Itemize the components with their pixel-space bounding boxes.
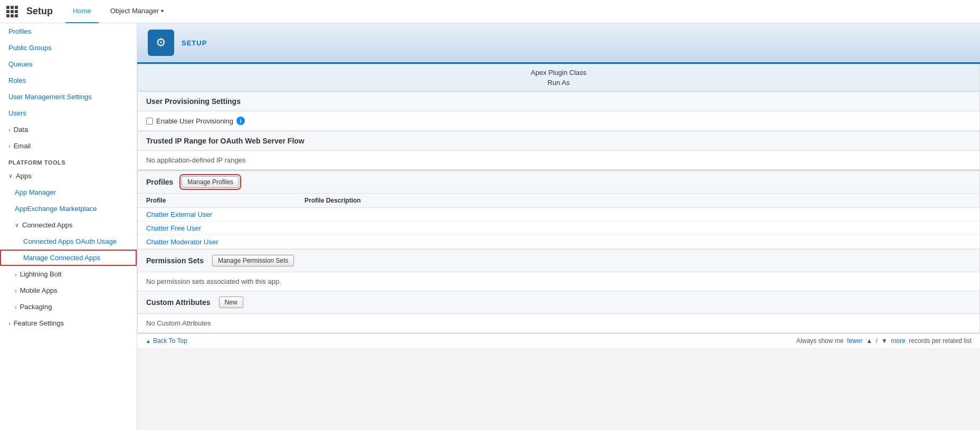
sidebar-item-manage-connected-apps[interactable]: Manage Connected Apps — [0, 250, 137, 266]
new-custom-attribute-button[interactable]: New — [219, 297, 243, 308]
user-provisioning-section-title: User Provisioning Settings — [138, 91, 979, 111]
trusted-ip-body: No application-defined IP ranges — [138, 151, 979, 169]
permission-sets-header: Permission Sets Manage Permission Sets — [138, 250, 979, 272]
table-row: Chatter Moderator User — [138, 235, 979, 249]
sidebar-item-connected-apps[interactable]: ∨ Connected Apps — [0, 217, 137, 233]
trusted-ip-section: Trusted IP Range for OAuth Web Server Fl… — [138, 131, 979, 170]
profile-link-chatter-moderator[interactable]: Chatter Moderator User — [146, 238, 218, 246]
sidebar-item-data[interactable]: › Data — [0, 121, 137, 138]
sidebar-item-email[interactable]: › Email — [0, 138, 137, 154]
permission-sets-body: No permission sets associated with this … — [138, 272, 979, 291]
setup-icon: ⚙ — [148, 30, 174, 56]
arrow-up-small-icon: ▲ — [866, 337, 872, 345]
sidebar-item-lightning-bolt[interactable]: › Lightning Bolt — [0, 266, 137, 282]
arrow-up-icon: ▲ — [146, 338, 151, 344]
sidebar-item-roles[interactable]: Roles — [0, 72, 137, 89]
fewer-records-link[interactable]: fewer — [847, 337, 862, 345]
manage-permission-sets-button[interactable]: Manage Permission Sets — [212, 255, 294, 266]
sidebar-item-mobile-apps[interactable]: › Mobile Apps — [0, 282, 137, 299]
chevron-right-icon: › — [8, 143, 11, 149]
profile-link-chatter-free[interactable]: Chatter Free User — [146, 224, 201, 232]
profile-link-chatter-external[interactable]: Chatter External User — [146, 211, 212, 218]
apex-run-as-row: Run As — [138, 78, 979, 88]
sidebar-item-packaging[interactable]: › Packaging — [0, 299, 137, 315]
custom-attributes-body: No Custom Attributes — [138, 314, 979, 332]
chevron-right-icon: › — [15, 271, 17, 278]
apex-plugin-section: Apex Plugin Class Run As — [138, 64, 979, 91]
custom-attributes-header: Custom Attributes New — [138, 291, 979, 314]
main-content: ⚙ SETUP Apex Plugin Class Run As User Pr… — [137, 23, 980, 430]
setup-title: SETUP — [182, 39, 207, 47]
chevron-down-icon: ∨ — [8, 173, 13, 179]
tab-home[interactable]: Home — [65, 0, 99, 23]
info-icon: i — [236, 117, 245, 125]
sidebar-item-app-manager[interactable]: App Manager — [0, 184, 137, 200]
sidebar: Profiles Public Groups Queues Roles User… — [0, 23, 137, 430]
enable-user-provisioning-checkbox[interactable] — [146, 118, 153, 125]
back-to-top: ▲ Back To Top — [146, 337, 187, 345]
profiles-title: Profiles — [146, 178, 173, 186]
tab-object-manager[interactable]: Object Manager ▾ — [103, 0, 172, 23]
footer-bar: ▲ Back To Top Always show me fewer ▲ / ▼… — [137, 333, 980, 348]
sidebar-item-users[interactable]: Users — [0, 105, 137, 121]
custom-attributes-section: Custom Attributes New No Custom Attribut… — [138, 291, 979, 333]
sidebar-item-user-mgmt[interactable]: User Management Settings — [0, 89, 137, 105]
profiles-header: Profiles Manage Profiles — [138, 170, 979, 194]
profiles-section: Profiles Manage Profiles Profile Profile… — [138, 170, 979, 250]
chevron-right-icon: › — [15, 304, 17, 310]
main-layout: Profiles Public Groups Queues Roles User… — [0, 23, 980, 430]
manage-profiles-button[interactable]: Manage Profiles — [182, 176, 239, 188]
setup-header: ⚙ SETUP — [137, 23, 980, 64]
permission-sets-title: Permission Sets — [146, 256, 204, 265]
sidebar-item-apps[interactable]: ∨ Apps — [0, 168, 137, 184]
back-to-top-link[interactable]: Back To Top — [153, 337, 187, 345]
apex-plugin-class-row: Apex Plugin Class — [138, 68, 979, 78]
chevron-right-icon: › — [8, 320, 11, 327]
sidebar-item-public-groups[interactable]: Public Groups — [0, 40, 137, 56]
trusted-ip-title: Trusted IP Range for OAuth Web Server Fl… — [138, 131, 979, 151]
platform-tools-header: PLATFORM TOOLS — [0, 154, 137, 168]
enable-user-provisioning-row: Enable User Provisioning i — [138, 111, 979, 131]
sidebar-item-appexchange[interactable]: AppExchange Marketplace — [0, 200, 137, 217]
top-navigation: Setup Home Object Manager ▾ — [0, 0, 980, 23]
chevron-right-icon: › — [15, 288, 17, 294]
table-row: Chatter Free User — [138, 222, 979, 235]
brand-title: Setup — [26, 6, 53, 17]
chevron-down-icon: ∨ — [15, 222, 19, 228]
profile-description-col-header: Profile Description — [305, 197, 971, 204]
profiles-table-header: Profile Profile Description — [138, 194, 979, 208]
sidebar-item-queues[interactable]: Queues — [0, 56, 137, 72]
arrow-down-small-icon: ▼ — [881, 337, 888, 345]
profile-col-header: Profile — [146, 197, 305, 204]
permission-sets-section: Permission Sets Manage Permission Sets N… — [138, 250, 979, 291]
table-row: Chatter External User — [138, 208, 979, 222]
content-area: Apex Plugin Class Run As User Provisioni… — [137, 64, 980, 333]
sidebar-item-connected-apps-oauth[interactable]: Connected Apps OAuth Usage — [0, 233, 137, 250]
custom-attributes-title: Custom Attributes — [146, 298, 211, 307]
sidebar-item-profiles[interactable]: Profiles — [0, 23, 137, 40]
chevron-down-icon: ▾ — [161, 8, 164, 14]
app-launcher-icon[interactable] — [6, 6, 18, 17]
chevron-right-icon: › — [8, 127, 11, 133]
records-per-list-message: Always show me fewer ▲ / ▼ more records … — [796, 337, 972, 345]
more-records-link[interactable]: more — [891, 337, 905, 345]
sidebar-item-feature-settings[interactable]: › Feature Settings — [0, 315, 137, 331]
